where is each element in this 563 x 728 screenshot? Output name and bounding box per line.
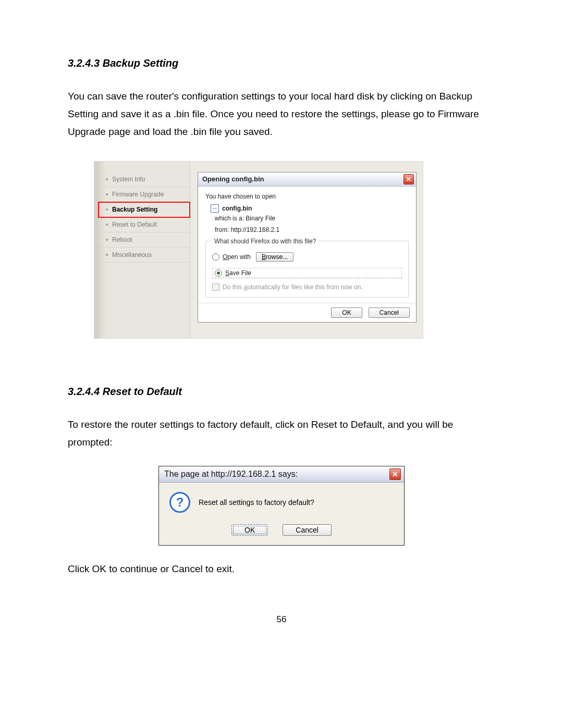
radio-icon xyxy=(215,269,222,277)
section-2-paragraph: To restore the router settings to factor… xyxy=(68,416,495,451)
figure-reset-alert: The page at http://192.168.2.1 says: ✕ ?… xyxy=(158,466,405,546)
ok-button[interactable]: OK xyxy=(331,307,362,318)
section-1-heading: 3.2.4.3 Backup Setting xyxy=(68,57,495,69)
close-icon[interactable]: ✕ xyxy=(403,174,414,184)
fieldset-legend: What should Firefox do with this file? xyxy=(212,238,318,245)
bullet-icon xyxy=(106,239,108,241)
close-icon[interactable]: ✕ xyxy=(389,468,401,480)
sidebar-item-label: Reboot xyxy=(112,236,132,243)
checkbox-icon xyxy=(212,283,219,291)
sidebar-item-reset-to-default[interactable]: Reset to Default xyxy=(99,217,190,232)
question-icon: ? xyxy=(169,492,190,513)
radio-icon xyxy=(212,253,219,261)
firefox-download-dialog: Opening config.bin ✕ You have chosen to … xyxy=(198,172,417,323)
dialog-pane: Opening config.bin ✕ You have chosen to … xyxy=(190,162,423,338)
sidebar-item-system-info[interactable]: System Info xyxy=(99,172,190,187)
page-number: 56 xyxy=(68,614,495,625)
section-2-heading: 3.2.4.4 Reset to Default xyxy=(68,386,495,398)
ok-button[interactable]: OK xyxy=(231,524,268,536)
dialog-filename: config.bin xyxy=(222,205,252,212)
section-2-closing: Click OK to continue or Cancel to exit. xyxy=(68,560,495,578)
alert-message: Reset all settings to factory default? xyxy=(199,498,314,507)
dialog-titlebar: Opening config.bin ✕ xyxy=(198,172,416,187)
cancel-button[interactable]: Cancel xyxy=(283,524,332,536)
dialog-which-is: which is a: Binary File xyxy=(215,215,409,222)
figure-backup-setting: System Info Firmware Upgrade Backup Sett… xyxy=(94,161,423,339)
dialog-from: from: http://192.168.2.1 xyxy=(215,226,409,233)
save-file-label: Save File xyxy=(225,269,251,277)
auto-label: Do this automatically for files like thi… xyxy=(223,283,363,291)
auto-checkbox-row[interactable]: Do this automatically for files like thi… xyxy=(212,283,402,291)
open-with-option[interactable]: Open with Browse... xyxy=(212,252,402,262)
action-fieldset: What should Firefox do with this file? O… xyxy=(205,238,409,298)
sidebar-item-label: Reset to Default xyxy=(112,221,157,228)
bullet-icon xyxy=(106,224,108,226)
alert-title: The page at http://192.168.2.1 says: xyxy=(164,470,389,479)
save-file-option[interactable]: Save File xyxy=(212,268,402,278)
bullet-icon xyxy=(106,193,108,195)
file-icon xyxy=(211,204,219,213)
sidebar-item-label: Miscellaneous xyxy=(112,251,152,258)
dialog-title: Opening config.bin xyxy=(202,175,403,183)
bullet-icon xyxy=(106,178,108,180)
sidebar-item-backup-setting[interactable]: Backup Setting xyxy=(99,202,190,217)
sidebar-item-label: Backup Setting xyxy=(112,206,157,213)
open-with-label: Open with xyxy=(223,253,251,261)
bullet-icon xyxy=(106,254,108,256)
browse-button[interactable]: Browse... xyxy=(256,252,293,262)
sidebar-item-firmware-upgrade[interactable]: Firmware Upgrade xyxy=(99,187,190,202)
sidebar-item-reboot[interactable]: Reboot xyxy=(99,232,190,248)
sidebar-item-label: Firmware Upgrade xyxy=(112,191,164,198)
dialog-intro-text: You have chosen to open xyxy=(205,193,409,200)
alert-titlebar: The page at http://192.168.2.1 says: ✕ xyxy=(159,466,404,483)
bullet-icon xyxy=(106,208,108,211)
sidebar-item-miscellaneous[interactable]: Miscellaneous xyxy=(99,248,190,263)
section-1-paragraph: You can save the router's configuration … xyxy=(68,88,495,141)
cancel-button[interactable]: Cancel xyxy=(369,307,410,318)
router-sidebar: System Info Firmware Upgrade Backup Sett… xyxy=(94,162,190,338)
sidebar-item-label: System Info xyxy=(112,176,145,183)
